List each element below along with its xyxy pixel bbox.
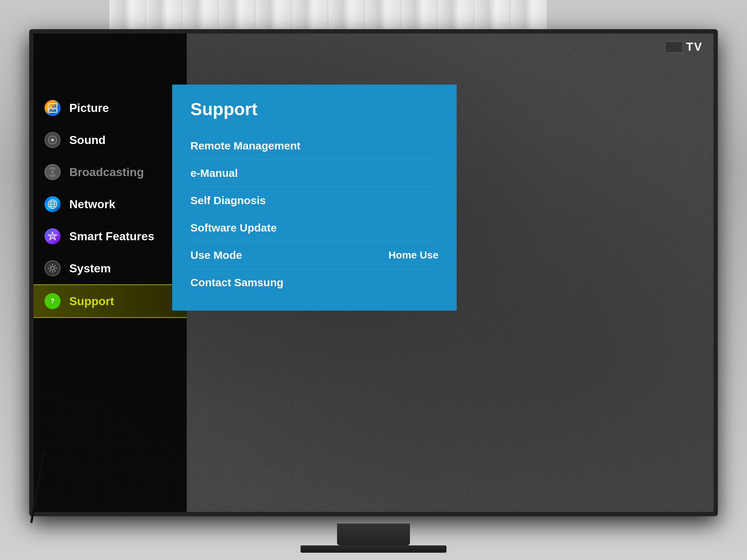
tv-stand-base bbox=[301, 545, 446, 553]
tv-stand bbox=[337, 524, 410, 545]
tv-screen: TV Picture bbox=[34, 34, 713, 512]
contact-samsung-label: Contact Samsung bbox=[190, 276, 283, 289]
self-diagnosis-label: Self Diagnosis bbox=[190, 194, 266, 207]
svg-marker-11 bbox=[48, 232, 57, 240]
svg-text:?: ? bbox=[51, 298, 55, 305]
sidebar-item-picture[interactable]: Picture bbox=[34, 92, 187, 124]
remote-management-label: Remote Management bbox=[190, 140, 301, 152]
sidebar: Picture Sound bbox=[34, 92, 187, 318]
svg-point-12 bbox=[51, 267, 54, 270]
system-label: System bbox=[69, 262, 111, 275]
network-label: Network bbox=[69, 198, 115, 211]
content-panel: Support Remote Management e-Manual Self … bbox=[172, 85, 457, 311]
software-update-label: Software Update bbox=[190, 222, 277, 234]
svg-point-1 bbox=[50, 105, 52, 107]
smart-features-label: Smart Features bbox=[69, 230, 154, 243]
picture-icon bbox=[44, 100, 61, 116]
svg-rect-0 bbox=[48, 104, 57, 112]
sound-icon bbox=[44, 132, 61, 148]
system-icon bbox=[44, 260, 61, 276]
menu-item-e-manual[interactable]: e-Manual bbox=[190, 160, 438, 187]
menu-item-remote-management[interactable]: Remote Management bbox=[190, 132, 438, 160]
sidebar-item-broadcasting[interactable]: Broadcasting bbox=[34, 156, 187, 188]
sidebar-item-system[interactable]: System bbox=[34, 252, 187, 284]
panel-title: Support bbox=[190, 99, 438, 119]
sound-label: Sound bbox=[69, 133, 106, 147]
e-manual-label: e-Manual bbox=[190, 167, 238, 179]
network-icon bbox=[44, 196, 61, 212]
broadcasting-icon bbox=[44, 164, 61, 180]
support-label: Support bbox=[69, 295, 114, 308]
menu-item-use-mode[interactable]: Use Mode Home Use bbox=[190, 242, 438, 269]
sidebar-item-support[interactable]: ? Support bbox=[34, 284, 187, 318]
svg-point-5 bbox=[51, 171, 54, 173]
smart-features-icon bbox=[44, 228, 61, 244]
sidebar-item-sound[interactable]: Sound bbox=[34, 124, 187, 156]
menu-item-self-diagnosis[interactable]: Self Diagnosis bbox=[190, 187, 438, 214]
tv-logo-icon bbox=[665, 41, 683, 53]
use-mode-value: Home Use bbox=[388, 249, 438, 261]
sidebar-item-smart-features[interactable]: Smart Features bbox=[34, 220, 187, 252]
use-mode-label: Use Mode bbox=[190, 249, 242, 261]
menu-item-software-update[interactable]: Software Update bbox=[190, 214, 438, 242]
broadcasting-label: Broadcasting bbox=[69, 166, 144, 179]
tv-logo: TV bbox=[665, 40, 703, 54]
picture-label: Picture bbox=[69, 101, 109, 115]
menu-item-contact-samsung[interactable]: Contact Samsung bbox=[190, 269, 438, 296]
sidebar-item-network[interactable]: Network bbox=[34, 188, 187, 220]
tv-brand-label: TV bbox=[686, 40, 703, 54]
tv-frame: TV Picture bbox=[29, 29, 718, 516]
svg-point-4 bbox=[52, 139, 53, 141]
support-icon: ? bbox=[44, 293, 61, 309]
